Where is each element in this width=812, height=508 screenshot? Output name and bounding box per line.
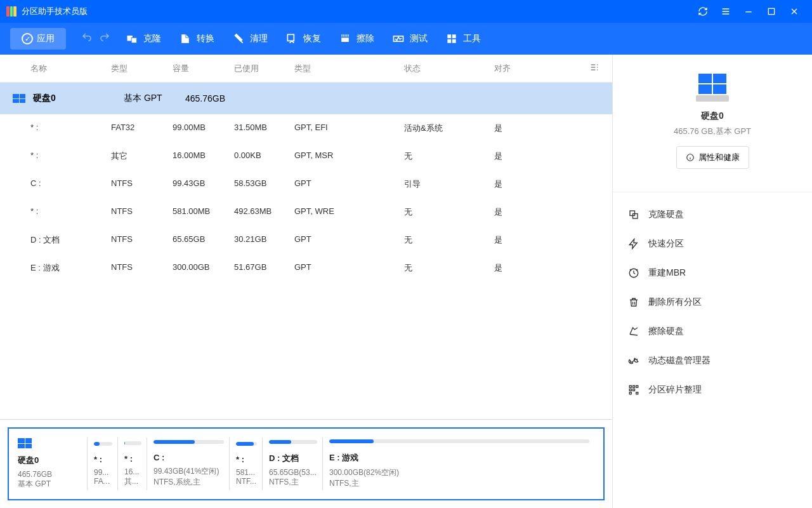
menu-button[interactable] — [714, 0, 737, 23]
tool-label: 测试 — [410, 33, 428, 44]
tool-icon — [285, 32, 298, 45]
partition-row[interactable]: C :NTFS99.43GB58.53GBGPT引导是 — [0, 170, 612, 198]
p-align: 是 — [494, 234, 554, 246]
bottom-partition-card[interactable]: * :16...其... — [124, 438, 147, 490]
svg-rect-16 — [636, 385, 638, 387]
tool-克隆[interactable]: 克隆 — [126, 32, 161, 45]
svg-rect-11 — [630, 211, 635, 216]
p-status: 无 — [404, 262, 494, 274]
usage-bar — [236, 442, 257, 446]
tool-icon — [445, 32, 458, 45]
p-align: 是 — [494, 206, 554, 218]
bottom-disk-card[interactable]: 硬盘0465.76GB基本 GPT — [18, 438, 88, 490]
col-type2: 类型 — [294, 63, 404, 74]
op-icon — [628, 238, 639, 250]
tool-测试[interactable]: 测试 — [392, 32, 428, 45]
b-name: * : — [236, 455, 257, 464]
p-type1: NTFS — [111, 234, 173, 246]
disk-row[interactable]: 硬盘0 基本 GPT 465.76GB — [0, 83, 612, 114]
p-type2: GPT — [294, 234, 404, 246]
op-item[interactable]: 重建MBR — [613, 258, 812, 288]
tool-清理[interactable]: 清理 — [232, 32, 268, 45]
b-name: * : — [94, 455, 112, 464]
op-label: 克隆硬盘 — [648, 209, 684, 220]
op-icon — [628, 355, 639, 366]
close-button[interactable] — [783, 0, 806, 23]
tool-擦除[interactable]: 擦除 — [339, 32, 374, 45]
bottom-partition-card[interactable]: E : 游戏300.00GB(82%空闲)NTFS,主 — [329, 438, 594, 490]
partition-row[interactable]: * :其它16.00MB0.00KBGPT, MSR无是 — [0, 142, 612, 170]
svg-rect-3 — [287, 34, 294, 41]
op-label: 分区碎片整理 — [648, 384, 702, 396]
b-size: 65.65GB(53... — [269, 468, 317, 477]
p-used: 51.67GB — [234, 262, 294, 274]
p-used: 30.21GB — [234, 234, 294, 246]
table-header: 名称 类型 容量 已使用 类型 状态 对齐 — [0, 55, 612, 83]
p-cap: 65.65GB — [173, 234, 234, 246]
usage-bar — [154, 440, 224, 444]
svg-rect-17 — [629, 389, 631, 391]
tool-恢复[interactable]: 恢复 — [285, 32, 321, 45]
op-item[interactable]: 克隆硬盘 — [613, 200, 812, 229]
b-size: 465.76GB — [18, 470, 82, 479]
op-item[interactable]: 分区碎片整理 — [613, 375, 812, 404]
partition-row[interactable]: * :NTFS581.00MB492.63MBGPT, WRE无是 — [0, 198, 612, 226]
bottom-partition-card[interactable]: C :99.43GB(41%空闲)NTFS,系统,主 — [154, 438, 230, 490]
col-status: 状态 — [404, 63, 494, 74]
tool-label: 工具 — [463, 33, 481, 44]
p-align: 是 — [494, 123, 554, 134]
op-icon — [628, 297, 639, 308]
tool-工具[interactable]: 工具 — [445, 32, 481, 45]
p-cap: 16.00MB — [173, 150, 234, 162]
tool-label: 擦除 — [357, 33, 374, 44]
svg-rect-6 — [447, 34, 451, 38]
b-type: NTF... — [236, 477, 257, 486]
col-used: 已使用 — [234, 63, 294, 74]
maximize-button[interactable] — [760, 0, 783, 23]
redo-button[interactable] — [99, 32, 110, 46]
check-icon: ✓ — [22, 33, 33, 44]
partition-row[interactable]: * :FAT3299.00MB31.50MBGPT, EFI活动&系统是 — [0, 114, 612, 142]
p-cap: 300.00GB — [173, 262, 234, 274]
p-name: * : — [13, 206, 111, 218]
op-item[interactable]: 动态磁盘管理器 — [613, 346, 812, 375]
sidebar-disk-info: 465.76 GB,基本 GPT — [613, 126, 812, 137]
tool-icon — [232, 32, 245, 45]
svg-rect-19 — [629, 392, 631, 394]
apply-button[interactable]: ✓ 应用 — [10, 28, 66, 50]
undo-button[interactable] — [81, 32, 93, 46]
bottom-partition-card[interactable]: * :99...FAT... — [94, 438, 118, 490]
partition-row[interactable]: E : 游戏NTFS300.00GB51.67GBGPT无是 — [0, 254, 612, 282]
svg-rect-2 — [131, 37, 136, 43]
usage-bar — [269, 440, 317, 444]
b-type: FAT... — [94, 477, 112, 486]
titlebar: 分区助手技术员版 — [0, 0, 812, 23]
bottom-partition-card[interactable]: * :581...NTF... — [236, 438, 263, 490]
tool-label: 转换 — [197, 33, 214, 44]
properties-button[interactable]: 属性和健康 — [676, 146, 749, 169]
b-type: NTFS,主 — [269, 477, 317, 488]
options-icon[interactable] — [554, 62, 599, 74]
p-type1: NTFS — [111, 178, 173, 190]
op-item[interactable]: 快速分区 — [613, 229, 812, 258]
b-name: * : — [124, 454, 141, 464]
p-used: 31.50MB — [234, 123, 294, 134]
op-label: 擦除硬盘 — [648, 326, 684, 337]
tool-label: 克隆 — [143, 33, 161, 44]
svg-rect-4 — [341, 37, 349, 42]
usage-bar — [94, 442, 112, 446]
op-icon — [628, 209, 639, 220]
bottom-partition-card[interactable]: D : 文档65.65GB(53...NTFS,主 — [269, 438, 323, 490]
partition-row[interactable]: D : 文档NTFS65.65GB30.21GBGPT无是 — [0, 226, 612, 254]
tool-转换[interactable]: 转换 — [179, 32, 214, 45]
minimize-button[interactable] — [737, 0, 760, 23]
svg-rect-7 — [452, 34, 456, 38]
p-name: * : — [13, 123, 111, 134]
op-item[interactable]: 擦除硬盘 — [613, 317, 812, 346]
refresh-button[interactable] — [691, 0, 714, 23]
op-item[interactable]: 删除所有分区 — [613, 288, 812, 317]
svg-rect-12 — [633, 214, 638, 219]
p-name: C : — [13, 178, 111, 190]
b-name: 硬盘0 — [18, 455, 82, 466]
svg-rect-20 — [636, 392, 638, 394]
